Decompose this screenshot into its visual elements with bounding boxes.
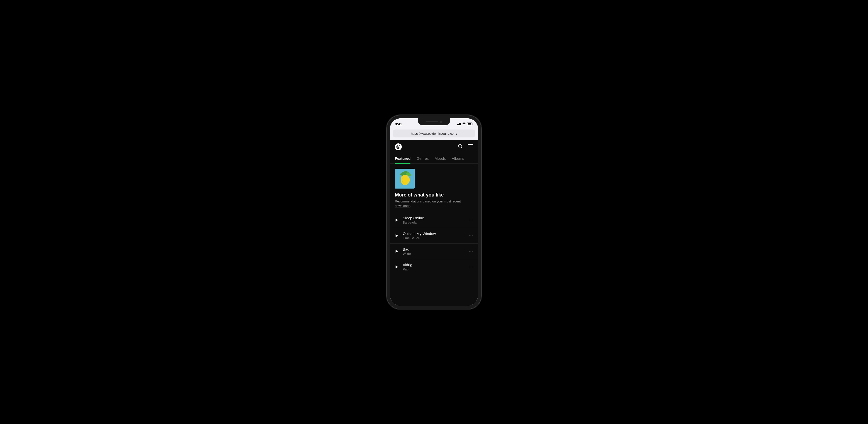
track-more-button[interactable]: ··· — [469, 233, 473, 238]
album-art — [395, 169, 415, 188]
volume-down-button[interactable] — [385, 178, 386, 193]
track-info: Aldrig Pabi — [403, 263, 465, 271]
track-item: Sleep Online Barbatula ··· — [390, 212, 478, 228]
tab-featured[interactable]: Featured — [395, 154, 410, 163]
track-more-button[interactable]: ··· — [469, 249, 473, 254]
speaker — [426, 121, 438, 122]
volume-up-button[interactable] — [385, 160, 386, 175]
track-info: Outside My Window Lime Sauce — [403, 232, 465, 240]
signal-bar-2 — [458, 124, 459, 125]
app-logo — [395, 143, 402, 150]
track-item: Aldrig Pabi ··· — [390, 259, 478, 275]
nav-tabs: Featured Genres Moods Albums — [390, 154, 478, 164]
power-button[interactable] — [482, 160, 483, 182]
svg-line-3 — [461, 147, 462, 148]
header-icons — [458, 144, 473, 150]
track-item: Bag Wildo ··· — [390, 243, 478, 259]
notch — [418, 118, 450, 125]
play-button[interactable] — [395, 218, 399, 222]
track-name: Aldrig — [403, 263, 465, 267]
play-button[interactable] — [395, 234, 399, 237]
wifi-icon — [462, 122, 466, 126]
url-bar-container: https://www.epidemicsound.com/ — [390, 128, 478, 140]
url-bar[interactable]: https://www.epidemicsound.com/ — [393, 129, 475, 138]
track-info: Bag Wildo — [403, 247, 465, 255]
signal-bar-1 — [457, 124, 458, 125]
track-more-button[interactable]: ··· — [469, 264, 473, 269]
track-info: Sleep Online Barbatula — [403, 216, 465, 224]
featured-description: Recommendations based on your most recen… — [395, 199, 473, 208]
battery-icon — [467, 123, 473, 125]
track-item: Outside My Window Lime Sauce ··· — [390, 228, 478, 243]
track-list: Sleep Online Barbatula ··· — [390, 212, 478, 275]
featured-section: More of what you like Recommendations ba… — [390, 164, 478, 212]
tab-genres[interactable]: Genres — [416, 154, 429, 163]
play-button[interactable] — [395, 265, 399, 269]
track-name: Sleep Online — [403, 216, 465, 220]
status-icons — [457, 122, 473, 126]
signal-bar-3 — [459, 123, 460, 125]
search-icon[interactable] — [458, 144, 463, 150]
track-artist: Barbatula — [403, 220, 465, 224]
mute-button[interactable] — [385, 148, 386, 156]
tab-albums[interactable]: Albums — [452, 154, 464, 163]
track-more-button[interactable]: ··· — [469, 217, 473, 222]
play-button[interactable] — [395, 250, 399, 253]
camera — [440, 121, 442, 123]
featured-title: More of what you like — [395, 192, 473, 198]
url-text: https://www.epidemicsound.com/ — [411, 132, 457, 135]
signal-bar-4 — [460, 123, 461, 125]
track-name: Outside My Window — [403, 232, 465, 236]
tab-moods[interactable]: Moods — [435, 154, 446, 163]
track-artist: Wildo — [403, 252, 465, 255]
app-content: Featured Genres Moods Albums — [390, 140, 478, 306]
menu-icon[interactable] — [468, 144, 473, 149]
phone-device: 9:41 — [387, 115, 481, 309]
track-artist: Pabi — [403, 268, 465, 271]
track-artist: Lime Sauce — [403, 236, 465, 240]
signal-strength-icon — [457, 122, 461, 125]
phone-screen: 9:41 — [390, 118, 478, 306]
app-header — [390, 140, 478, 154]
track-name: Bag — [403, 247, 465, 251]
downloads-link[interactable]: downloads — [395, 204, 410, 208]
status-time: 9:41 — [395, 122, 402, 126]
